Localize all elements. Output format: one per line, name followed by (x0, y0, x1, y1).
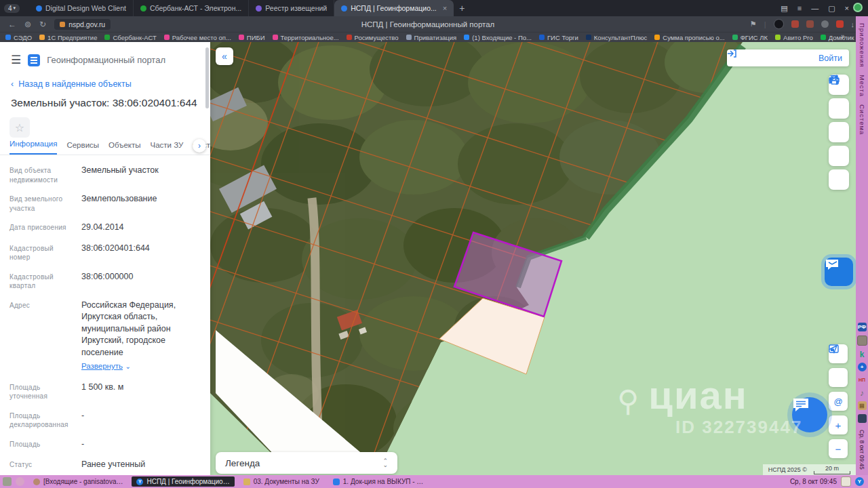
tab-services[interactable]: Сервисы (66, 141, 99, 155)
coordinate-search-button[interactable]: @ (829, 392, 848, 411)
attribute-value: - (75, 410, 84, 430)
task-nspd-window-active[interactable]: Y НСПД | Геоинформацио… (132, 476, 234, 487)
browser-menu-icon[interactable]: ≡ (797, 4, 802, 12)
browser-tab-4-active[interactable]: НСПД | Геоинформацио... × (334, 0, 454, 16)
reload-icon[interactable]: ↻ (39, 20, 46, 29)
bookmark-item[interactable]: Авито Pro (775, 34, 813, 41)
accessibility-icon[interactable]: + (858, 363, 867, 371)
ruler-button[interactable] (829, 98, 849, 119)
taskbar-clock-area: Ср, 8 окт 09:45 Y (790, 476, 865, 487)
bookmark-item[interactable]: Рабочее место оп... (164, 34, 231, 41)
new-tab-button[interactable]: + (459, 3, 465, 14)
bookmark-label: ФГИС ЛК (741, 34, 768, 41)
attribution-text: НСПД 2025 © (768, 466, 807, 473)
bookmarks-overflow-icon[interactable]: » (841, 33, 845, 40)
bookmark-item[interactable]: Домклик (821, 34, 854, 41)
bookmark-item[interactable]: Росимущество (347, 34, 399, 41)
bookmark-item[interactable]: (1) Входящие - По... (464, 34, 532, 41)
bookmark-favicon-icon (464, 35, 469, 40)
attribute-row: Площадь декларированная - (9, 410, 203, 430)
share-button[interactable] (829, 146, 849, 166)
select-area-button[interactable] (829, 122, 849, 142)
task-folder-window[interactable]: 03. Документы на ЗУ (239, 476, 324, 487)
plus-icon: + (835, 420, 842, 431)
panel-app-icon[interactable] (853, 3, 863, 12)
zoom-in-button[interactable]: + (829, 415, 848, 434)
task-label: 03. Документы на ЗУ (254, 478, 319, 485)
clipboard-icon[interactable]: ▤ (858, 401, 867, 410)
collapse-panel-button[interactable]: « (216, 47, 233, 65)
close-button[interactable]: × (845, 4, 849, 12)
protect-icon[interactable]: ⊚ (24, 20, 31, 29)
browser-tab-2[interactable]: Сбербанк-АСТ - Электрон... (134, 0, 249, 16)
zoom-out-button[interactable]: − (829, 439, 848, 458)
tabs-next-button[interactable]: › (193, 139, 206, 152)
hamburger-menu-icon[interactable]: ☰ (11, 53, 21, 67)
bookmark-item[interactable]: Приватизация (406, 34, 457, 41)
bookmark-item[interactable]: Сбербанк-АСТ (104, 34, 156, 41)
shield-icon[interactable] (16, 477, 24, 486)
task-mail-window[interactable]: [Входящие - ganisatova… (28, 476, 127, 487)
bookmark-item[interactable]: СЭДО (5, 34, 32, 41)
print-button[interactable] (829, 169, 849, 190)
overview-map-button[interactable] (829, 368, 848, 387)
screen: 4 ▾ Digital Design Web Client Сбербанк-А… (0, 0, 868, 488)
volume-icon[interactable]: ♪ (858, 388, 867, 397)
bookmark-flag-icon[interactable]: ⚑ (750, 20, 757, 28)
attribute-row: Вид земельного участка Землепользование (9, 193, 203, 213)
taskbar-clock[interactable]: Ср, 8 окт 09:45 (790, 478, 837, 485)
tab-panel-icon[interactable]: ▤ (781, 4, 787, 13)
back-icon[interactable]: ← (8, 20, 16, 29)
bookmark-item[interactable]: КонсультантПлюс (586, 34, 647, 41)
bookmark-item[interactable]: ГИС Торги (539, 34, 578, 41)
attribute-row: Площадь - (9, 439, 203, 451)
yandex-taskbar-icon[interactable]: Y (855, 477, 864, 486)
image-viewer-icon[interactable] (3, 477, 12, 486)
address-bar[interactable]: nspd.gov.ru (54, 19, 111, 30)
map-canvas[interactable]: « Войти (210, 42, 856, 475)
browser-tab-1[interactable]: Digital Design Web Client (29, 0, 134, 16)
russia-emblem-icon[interactable]: РФ (858, 323, 867, 331)
messenger-widget-button[interactable] (825, 258, 853, 286)
desktop-menu-vertical[interactable]: Приложения Места Система (859, 23, 866, 135)
profile-avatar[interactable] (774, 19, 784, 29)
expand-address-link[interactable]: Развернуть (81, 362, 123, 370)
bookmark-item[interactable]: ФГИС ЛК (732, 34, 768, 41)
tab-parts[interactable]: Части ЗУ (151, 141, 184, 155)
adguard-icon[interactable] (836, 20, 844, 28)
screenshot-thumbnail-icon[interactable] (857, 336, 867, 346)
object-info-panel: ☰ Геоинформационный портал ‹ Назад в най… (0, 42, 210, 475)
back-to-results-link[interactable]: ‹ Назад в найденные объекты (0, 73, 210, 92)
calendar-icon[interactable] (841, 476, 851, 487)
attribute-label: Вид объекта недвижимости (9, 165, 75, 184)
favorite-star-button[interactable]: ☆ (9, 117, 30, 138)
task-document-window[interactable]: 1. Док-ция на ВЫКУП - … (328, 476, 429, 487)
extension-icon[interactable] (791, 20, 799, 28)
download-icon[interactable]: ↓ (851, 20, 855, 28)
bookmark-favicon-icon (732, 35, 738, 40)
tab-close-icon[interactable]: × (443, 4, 447, 12)
bookmark-item[interactable]: Территориальное... (273, 34, 339, 41)
task-label: [Входящие - ganisatova… (43, 478, 123, 485)
monitors-icon[interactable] (858, 414, 867, 423)
tab-information[interactable]: Информация (9, 140, 57, 155)
bookmark-favicon-icon (39, 35, 45, 40)
tab-objects[interactable]: Объекты (108, 141, 140, 155)
maximize-button[interactable]: ▢ (828, 4, 835, 13)
browser-tab-3[interactable]: Реестр извещений (249, 0, 334, 16)
extension-face-icon[interactable] (821, 20, 829, 28)
keepass-icon[interactable]: k (858, 350, 867, 359)
minimize-button[interactable]: — (811, 4, 818, 12)
bookmark-label: ГИС Торги (547, 34, 578, 41)
tab-counter[interactable]: 4 ▾ (4, 4, 20, 13)
np-tray-icon[interactable]: НП (858, 375, 867, 384)
bookmark-item[interactable]: 1С Предприятие (39, 34, 97, 41)
legend-toggle[interactable]: Легенда ⌃⌄ (216, 452, 397, 474)
extension-icon[interactable] (806, 20, 814, 28)
panel-scrollbar[interactable] (205, 47, 209, 108)
login-button[interactable]: Войти (727, 49, 849, 66)
vertical-clock[interactable]: Ср, 8 окт 09:45 (859, 430, 865, 470)
bookmark-item[interactable]: Сумма прописью о... (654, 34, 724, 41)
bookmark-item[interactable]: ПИБИ (239, 34, 265, 41)
attribute-row: Кадастровый номер 38:06:020401:644 (9, 243, 203, 262)
